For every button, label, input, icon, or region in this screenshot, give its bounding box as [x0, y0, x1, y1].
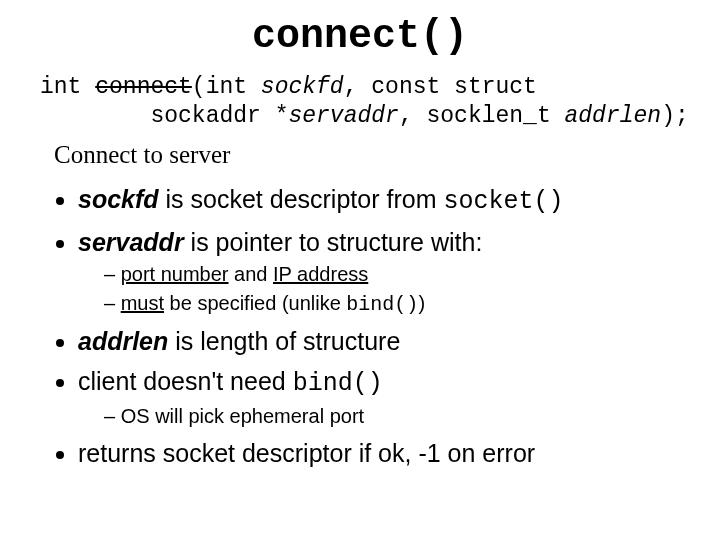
bullet-text: returns socket descriptor if ok, -1 on e… — [78, 439, 535, 467]
underline-must: must — [121, 292, 164, 314]
sig-open: (int — [192, 74, 261, 100]
sub-bullet-list: OS will pick ephemeral port — [104, 404, 680, 429]
bullet-return: returns socket descriptor if ok, -1 on e… — [78, 437, 680, 469]
underline-port: port number — [121, 263, 229, 285]
sub-text: be specified (unlike — [164, 292, 346, 314]
sub-text-close: ) — [418, 292, 425, 314]
sig-return-type: int — [40, 74, 95, 100]
sig-close: ); — [661, 103, 689, 129]
sig-param-servaddr: servaddr — [288, 103, 398, 129]
sig-param-addrlen: addrlen — [565, 103, 662, 129]
sig-text-2: , socklen_t — [399, 103, 565, 129]
function-signature: int connect(int sockfd, const struct soc… — [40, 73, 680, 131]
sub-bullet-ephemeral: OS will pick ephemeral port — [104, 404, 680, 429]
bullet-list: sockfd is socket descriptor from socket(… — [54, 183, 680, 469]
param-name: sockfd — [78, 185, 159, 213]
param-name: servaddr — [78, 228, 184, 256]
param-name: addrlen — [78, 327, 168, 355]
sig-param-sockfd: sockfd — [261, 74, 344, 100]
code-socket: socket() — [443, 187, 563, 216]
bullet-client-bind: client doesn't need bind() OS will pick … — [78, 365, 680, 429]
bullet-addrlen: addrlen is length of structure — [78, 325, 680, 357]
code-bind: bind() — [346, 293, 418, 316]
sub-text: and — [229, 263, 273, 285]
bullet-text: is pointer to structure with: — [184, 228, 483, 256]
sub-text: OS will pick ephemeral port — [121, 405, 364, 427]
sub-bullet-port-ip: port number and IP address — [104, 262, 680, 287]
sig-fn-name: connect — [95, 74, 192, 100]
sig-text-1: , const struct — [344, 74, 537, 100]
bullet-text: is length of structure — [168, 327, 400, 355]
bullet-text: is socket descriptor from — [159, 185, 444, 213]
sub-bullet-list: port number and IP address must be speci… — [104, 262, 680, 317]
slide: connect() int connect(int sockfd, const … — [0, 0, 720, 540]
bullet-servaddr: servaddr is pointer to structure with: p… — [78, 226, 680, 317]
underline-ip: IP address — [273, 263, 368, 285]
slide-description: Connect to server — [54, 141, 680, 169]
bullet-text: client doesn't need — [78, 367, 293, 395]
slide-title: connect() — [40, 14, 680, 59]
code-bind: bind() — [293, 369, 383, 398]
sig-line2-indent: sockaddr * — [40, 103, 288, 129]
sub-bullet-must: must be specified (unlike bind()) — [104, 291, 680, 317]
bullet-sockfd: sockfd is socket descriptor from socket(… — [78, 183, 680, 218]
